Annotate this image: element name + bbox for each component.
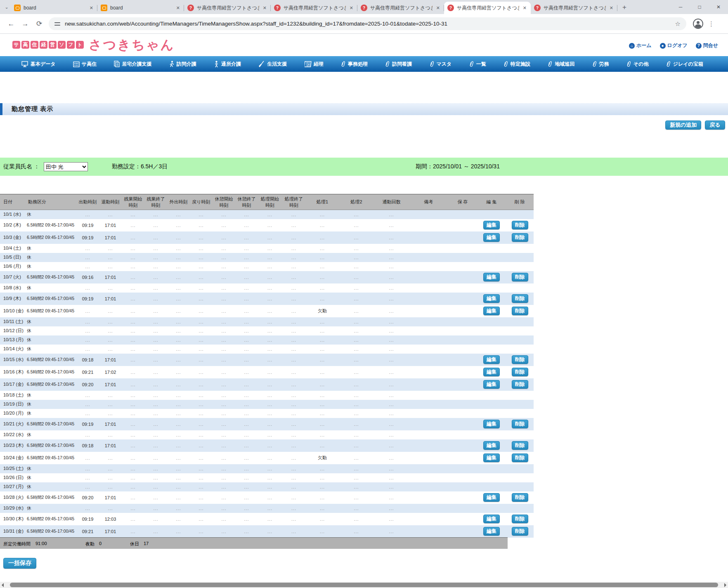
cell-overtime-start: ... (122, 271, 144, 283)
edit-button[interactable]: 編集 (483, 453, 500, 462)
scroll-left-icon[interactable] (2, 583, 4, 587)
cell-out-time: ... (167, 210, 190, 219)
nav-item-地域巡回[interactable]: 地域巡回 (548, 61, 574, 68)
edit-button[interactable]: 編集 (483, 273, 500, 281)
profile-icon[interactable] (693, 19, 703, 29)
menu-kebab-icon[interactable]: ⋮ (708, 20, 714, 28)
browser-tab[interactable]: ?サ高住専用経営ソフトさつきち✕ (271, 2, 357, 14)
nav-item-ジレイの宝箱[interactable]: ジレイの宝箱 (666, 61, 703, 68)
nav-item-居宅介護支援[interactable]: 居宅介護支援 (114, 61, 151, 68)
edit-button[interactable]: 編集 (483, 420, 500, 428)
delete-button[interactable]: 削除 (512, 294, 528, 303)
browser-tab[interactable]: ?サ高住専用経営ソフトさつきち✕ (531, 2, 617, 14)
nav-item-生活支援[interactable]: 生活支援 (258, 61, 287, 68)
brand-link-問合せ[interactable]: ?問合せ (696, 42, 718, 49)
edit-button[interactable]: 編集 (483, 368, 500, 376)
delete-button[interactable]: 削除 (512, 221, 528, 229)
edit-button[interactable]: 編集 (483, 493, 500, 502)
edit-button[interactable]: 編集 (483, 441, 500, 450)
employee-select[interactable]: 田中 光 (44, 162, 88, 171)
brand-link-ログオフ[interactable]: ●ログオフ (660, 42, 688, 49)
address-bar[interactable]: new.satsukichan.com/web/Accounting/TimeM… (49, 17, 686, 30)
edit-button[interactable]: 編集 (483, 380, 500, 389)
cell-process-start: ... (258, 513, 282, 525)
delete-button[interactable]: 削除 (512, 420, 528, 428)
paperclip-icon (385, 61, 390, 67)
tab-close-icon[interactable]: ✕ (175, 5, 181, 11)
browser-tab[interactable]: ?サ高住専用経営ソフトさつきち✕ (444, 2, 531, 14)
scroll-right-icon[interactable] (724, 583, 726, 587)
maximize-icon[interactable]: □ (690, 0, 709, 14)
delete-button[interactable]: 削除 (512, 355, 528, 364)
edit-button[interactable]: 編集 (483, 515, 500, 523)
tab-search-icon[interactable]: ⌄ (2, 5, 11, 10)
forward-icon[interactable]: → (18, 20, 32, 28)
nav-item-経理[interactable]: 経理 (305, 61, 324, 68)
bulk-save-button[interactable]: 一括保存 (3, 558, 36, 569)
tab-close-icon[interactable]: ✕ (349, 5, 354, 11)
nav-item-基本データ[interactable]: 基本データ (21, 61, 56, 68)
edit-button[interactable]: 編集 (483, 294, 500, 303)
delete-button[interactable]: 削除 (512, 493, 528, 502)
nav-item-その他[interactable]: その他 (626, 61, 649, 68)
delete-button[interactable]: 削除 (512, 515, 528, 523)
browser-tab[interactable]: ?サ高住専用経営ソフトさつきち✕ (357, 2, 444, 14)
cell-process2: ... (339, 219, 374, 231)
new-tab-button[interactable]: + (619, 2, 630, 13)
cell-note (409, 326, 448, 335)
delete-button[interactable]: 削除 (512, 527, 528, 536)
delete-button[interactable]: 削除 (512, 273, 528, 281)
cell-delete (506, 430, 534, 439)
url-text[interactable]: new.satsukichan.com/web/Accounting/TimeM… (65, 21, 672, 27)
cell-date: 10/12 (日) (0, 326, 25, 335)
delete-button[interactable]: 削除 (512, 368, 528, 376)
edit-button[interactable]: 編集 (483, 233, 500, 242)
table-row: 10/15 (水)6.5時間2 09:45-17:00/4509:1817:01… (0, 354, 534, 366)
edit-button[interactable]: 編集 (483, 355, 500, 364)
add-new-button[interactable]: 新規の追加 (665, 120, 701, 130)
tab-close-icon[interactable]: ✕ (522, 5, 527, 11)
cell-return-time: ... (190, 345, 213, 354)
brand-link-ホーム[interactable]: ⌂ホーム (629, 42, 652, 49)
browser-tab[interactable]: board✕ (97, 2, 184, 14)
scrollbar-thumb[interactable] (10, 583, 718, 587)
delete-button[interactable]: 削除 (512, 233, 528, 242)
browser-tab[interactable]: board✕ (11, 2, 97, 14)
delete-button[interactable]: 削除 (512, 453, 528, 462)
edit-button[interactable]: 編集 (483, 307, 500, 315)
nav-item-事務処理[interactable]: 事務処理 (341, 61, 368, 68)
close-icon[interactable]: ✕ (709, 0, 728, 14)
column-header: 休憩開始 時刻 (213, 194, 235, 210)
tab-close-icon[interactable]: ✕ (609, 5, 614, 11)
cell-process-end: ... (282, 464, 306, 473)
cell-save (448, 244, 477, 253)
cell-overtime-start: ... (122, 504, 144, 513)
delete-button[interactable]: 削除 (512, 307, 528, 315)
tab-close-icon[interactable]: ✕ (262, 5, 267, 11)
back-button[interactable]: 戻る (705, 120, 725, 130)
nav-item-訪問看護[interactable]: 訪問看護 (385, 61, 412, 68)
nav-item-一覧[interactable]: 一覧 (469, 61, 486, 68)
tab-close-icon[interactable]: ✕ (89, 5, 94, 11)
nav-item-特定施設[interactable]: 特定施設 (503, 61, 530, 68)
cell-note (409, 378, 448, 391)
reload-icon[interactable]: ⟳ (32, 19, 46, 28)
satsuki-favicon: ? (361, 5, 367, 11)
back-icon[interactable]: ← (4, 20, 18, 28)
cell-return-time: ... (190, 219, 213, 231)
nav-item-通所介護[interactable]: 通所介護 (214, 61, 241, 68)
edit-button[interactable]: 編集 (483, 221, 500, 229)
browser-tab[interactable]: ?サ高住専用経営ソフトさつきち✕ (184, 2, 271, 14)
delete-button[interactable]: 削除 (512, 441, 528, 450)
site-controls-icon[interactable] (54, 21, 60, 26)
bookmark-star-icon[interactable]: ☆ (675, 20, 681, 28)
edit-button[interactable]: 編集 (483, 527, 500, 536)
tab-close-icon[interactable]: ✕ (435, 5, 441, 11)
delete-button[interactable]: 削除 (512, 380, 528, 389)
nav-item-労務[interactable]: 労務 (592, 61, 609, 68)
cell-delete: 削除 (506, 418, 534, 430)
nav-item-マスタ[interactable]: マスタ (430, 61, 452, 68)
nav-item-訪問介護[interactable]: 訪問介護 (169, 61, 196, 68)
nav-item-サ高住[interactable]: サ高住 (73, 61, 97, 68)
minimize-icon[interactable]: ─ (671, 0, 690, 14)
